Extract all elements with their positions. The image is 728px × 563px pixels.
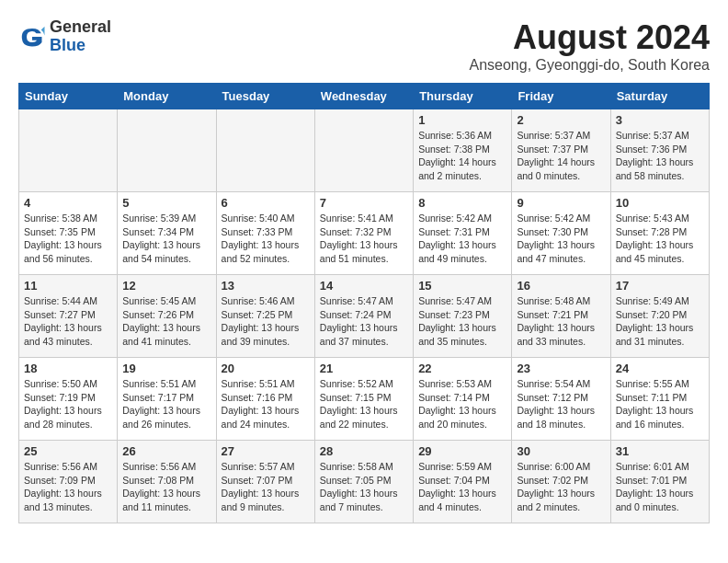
calendar-cell: 22Sunrise: 5:53 AM Sunset: 7:14 PM Dayli… [414,358,512,441]
calendar-cell: 20Sunrise: 5:51 AM Sunset: 7:16 PM Dayli… [216,358,314,441]
calendar-week-row: 18Sunrise: 5:50 AM Sunset: 7:19 PM Dayli… [19,358,710,441]
calendar-header-row: SundayMondayTuesdayWednesdayThursdayFrid… [19,84,710,109]
calendar-cell: 25Sunrise: 5:56 AM Sunset: 7:09 PM Dayli… [19,441,118,523]
day-info: Sunrise: 5:36 AM Sunset: 7:38 PM Dayligh… [418,129,506,183]
day-number: 24 [616,362,704,375]
calendar-cell: 3Sunrise: 5:37 AM Sunset: 7:36 PM Daylig… [610,109,709,192]
day-number: 17 [616,279,704,293]
day-number: 31 [616,444,704,458]
day-info: Sunrise: 5:51 AM Sunset: 7:17 PM Dayligh… [122,377,210,431]
day-number: 3 [616,113,704,127]
calendar-cell: 26Sunrise: 5:56 AM Sunset: 7:08 PM Dayli… [118,441,216,523]
calendar-cell: 11Sunrise: 5:44 AM Sunset: 7:27 PM Dayli… [19,275,118,358]
day-info: Sunrise: 5:56 AM Sunset: 7:08 PM Dayligh… [122,460,210,514]
calendar-cell [314,109,413,192]
day-info: Sunrise: 6:01 AM Sunset: 7:01 PM Dayligh… [616,460,704,514]
column-header-monday: Monday [118,84,216,109]
location-subtitle: Anseong, Gyeonggi-do, South Korea [469,57,710,74]
day-number: 12 [122,279,210,293]
calendar-cell: 27Sunrise: 5:57 AM Sunset: 7:07 PM Dayli… [216,441,314,523]
logo: General Blue [18,18,111,55]
day-number: 14 [320,279,408,293]
column-header-friday: Friday [512,84,610,109]
day-info: Sunrise: 5:49 AM Sunset: 7:20 PM Dayligh… [616,294,704,349]
day-number: 26 [122,444,210,458]
calendar-cell: 12Sunrise: 5:45 AM Sunset: 7:26 PM Dayli… [118,275,216,358]
calendar-week-row: 25Sunrise: 5:56 AM Sunset: 7:09 PM Dayli… [19,441,710,523]
calendar-cell: 1Sunrise: 5:36 AM Sunset: 7:38 PM Daylig… [414,109,512,192]
day-number: 7 [320,196,408,210]
column-header-sunday: Sunday [19,84,118,109]
day-info: Sunrise: 5:51 AM Sunset: 7:16 PM Dayligh… [222,377,310,431]
logo-blue: Blue [50,36,85,54]
day-info: Sunrise: 5:58 AM Sunset: 7:05 PM Dayligh… [320,460,408,514]
column-header-saturday: Saturday [610,84,709,109]
calendar-cell: 4Sunrise: 5:38 AM Sunset: 7:35 PM Daylig… [19,192,118,275]
day-number: 29 [418,444,506,458]
column-header-thursday: Thursday [414,84,512,109]
day-info: Sunrise: 5:45 AM Sunset: 7:26 PM Dayligh… [122,294,210,349]
day-number: 11 [24,279,112,293]
day-info: Sunrise: 5:41 AM Sunset: 7:32 PM Dayligh… [320,212,408,266]
month-year-title: August 2024 [469,18,710,57]
general-blue-logo-icon [18,23,46,51]
calendar-cell: 13Sunrise: 5:46 AM Sunset: 7:25 PM Dayli… [216,275,314,358]
day-number: 28 [320,444,408,458]
calendar-cell: 21Sunrise: 5:52 AM Sunset: 7:15 PM Dayli… [314,358,413,441]
day-number: 27 [222,444,310,458]
day-info: Sunrise: 5:46 AM Sunset: 7:25 PM Dayligh… [222,294,310,349]
logo-general: General [50,17,111,36]
day-info: Sunrise: 5:44 AM Sunset: 7:27 PM Dayligh… [24,294,112,349]
day-number: 8 [418,196,506,210]
calendar-cell: 19Sunrise: 5:51 AM Sunset: 7:17 PM Dayli… [118,358,216,441]
day-number: 15 [418,279,506,293]
day-info: Sunrise: 5:50 AM Sunset: 7:19 PM Dayligh… [24,377,112,431]
day-number: 10 [616,196,704,210]
calendar-cell: 7Sunrise: 5:41 AM Sunset: 7:32 PM Daylig… [314,192,413,275]
calendar-cell [216,109,314,192]
day-info: Sunrise: 5:55 AM Sunset: 7:11 PM Dayligh… [616,377,704,431]
day-info: Sunrise: 5:53 AM Sunset: 7:14 PM Dayligh… [418,377,506,431]
calendar-cell: 30Sunrise: 6:00 AM Sunset: 7:02 PM Dayli… [512,441,610,523]
day-info: Sunrise: 5:48 AM Sunset: 7:21 PM Dayligh… [517,294,605,349]
calendar-cell: 15Sunrise: 5:47 AM Sunset: 7:23 PM Dayli… [414,275,512,358]
day-number: 19 [122,362,210,375]
calendar-cell: 9Sunrise: 5:42 AM Sunset: 7:30 PM Daylig… [512,192,610,275]
calendar-cell: 28Sunrise: 5:58 AM Sunset: 7:05 PM Dayli… [314,441,413,523]
calendar-cell: 24Sunrise: 5:55 AM Sunset: 7:11 PM Dayli… [610,358,709,441]
page-header: General Blue August 2024 Anseong, Gyeong… [18,18,710,74]
day-number: 13 [222,279,310,293]
calendar-cell: 29Sunrise: 5:59 AM Sunset: 7:04 PM Dayli… [414,441,512,523]
day-info: Sunrise: 5:37 AM Sunset: 7:37 PM Dayligh… [517,129,605,183]
calendar-cell: 8Sunrise: 5:42 AM Sunset: 7:31 PM Daylig… [414,192,512,275]
day-number: 5 [122,196,210,210]
day-info: Sunrise: 5:52 AM Sunset: 7:15 PM Dayligh… [320,377,408,431]
day-number: 1 [418,113,506,127]
day-info: Sunrise: 5:39 AM Sunset: 7:34 PM Dayligh… [122,212,210,266]
day-number: 6 [222,196,310,210]
day-number: 20 [222,362,310,375]
calendar-week-row: 11Sunrise: 5:44 AM Sunset: 7:27 PM Dayli… [19,275,710,358]
day-info: Sunrise: 5:37 AM Sunset: 7:36 PM Dayligh… [616,129,704,183]
day-info: Sunrise: 5:57 AM Sunset: 7:07 PM Dayligh… [222,460,310,514]
day-info: Sunrise: 5:54 AM Sunset: 7:12 PM Dayligh… [517,377,605,431]
day-number: 21 [320,362,408,375]
calendar-cell: 6Sunrise: 5:40 AM Sunset: 7:33 PM Daylig… [216,192,314,275]
calendar-week-row: 4Sunrise: 5:38 AM Sunset: 7:35 PM Daylig… [19,192,710,275]
day-number: 30 [517,444,605,458]
day-info: Sunrise: 5:47 AM Sunset: 7:24 PM Dayligh… [320,294,408,349]
logo-text: General Blue [50,18,111,55]
day-info: Sunrise: 5:42 AM Sunset: 7:31 PM Dayligh… [418,212,506,266]
calendar-week-row: 1Sunrise: 5:36 AM Sunset: 7:38 PM Daylig… [19,109,710,192]
day-number: 16 [517,279,605,293]
title-block: August 2024 Anseong, Gyeonggi-do, South … [469,18,710,74]
calendar-cell: 18Sunrise: 5:50 AM Sunset: 7:19 PM Dayli… [19,358,118,441]
calendar-cell [19,109,118,192]
calendar-cell: 17Sunrise: 5:49 AM Sunset: 7:20 PM Dayli… [610,275,709,358]
day-number: 4 [24,196,112,210]
calendar-cell: 16Sunrise: 5:48 AM Sunset: 7:21 PM Dayli… [512,275,610,358]
day-info: Sunrise: 5:59 AM Sunset: 7:04 PM Dayligh… [418,460,506,514]
day-info: Sunrise: 5:56 AM Sunset: 7:09 PM Dayligh… [24,460,112,514]
calendar-cell [118,109,216,192]
day-info: Sunrise: 5:43 AM Sunset: 7:28 PM Dayligh… [616,212,704,266]
